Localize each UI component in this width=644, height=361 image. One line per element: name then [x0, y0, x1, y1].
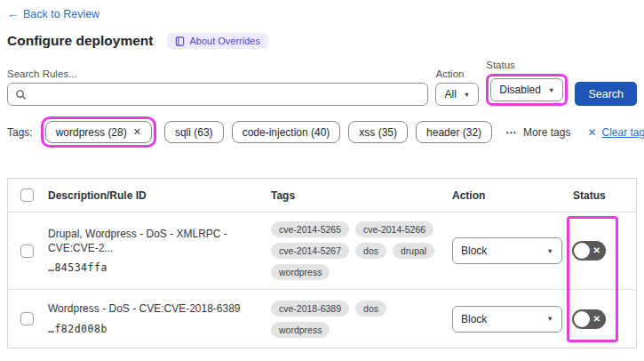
more-tags-label: More tags [523, 126, 570, 139]
rule-tags-cell: cve-2018-6389 dos wordpress [267, 301, 441, 338]
table-row: Drupal, Wordpress - DoS - XMLRPC - CVE:C… [8, 213, 636, 289]
rule-tag-pill: drupal [393, 243, 434, 259]
status-filter-value: Disabled [499, 84, 541, 96]
tag-chip-label: code-injection (40) [242, 126, 330, 139]
search-group: Search Rules... [7, 68, 428, 106]
header-checkbox-cell [8, 189, 38, 202]
col-header-status: Status [569, 189, 636, 202]
tag-chip-label: wordpress (28) [56, 126, 127, 139]
rule-id: …84534ffa [48, 261, 258, 274]
rule-tag-pill: cve-2014-5267 [271, 243, 349, 259]
tag-chip-label: sqli (63) [175, 126, 213, 139]
rules-table: Description/Rule ID Tags Action Status D… [7, 178, 637, 349]
rule-description-cell: Wordpress - DoS - CVE:CVE-2018-6389 …f82… [38, 302, 267, 335]
status-filter-dropdown[interactable]: Disabled ▼ [490, 78, 563, 101]
chevron-down-icon: ▼ [464, 91, 470, 99]
search-button[interactable]: Search [575, 82, 637, 106]
rule-action-cell: Block ▼ [445, 306, 569, 333]
clear-tags-label: Clear tags [602, 126, 644, 139]
table-row: Wordpress - DoS - CVE:CVE-2018-6389 …f82… [8, 289, 636, 348]
rule-tag-pill: dos [355, 243, 386, 259]
status-toggle-off[interactable]: ✕ [572, 241, 606, 261]
status-filter-group: Status Disabled ▼ [486, 60, 568, 106]
about-overrides-badge[interactable]: About Overrides [167, 33, 267, 49]
action-dropdown[interactable]: Block ▼ [452, 237, 562, 264]
search-input[interactable] [33, 88, 420, 100]
action-filter-label: Action [435, 68, 479, 79]
rule-tag-pill: cve-2014-5266 [355, 221, 433, 237]
chevron-down-icon: ▼ [547, 315, 553, 323]
col-header-description: Description/Rule ID [38, 189, 267, 202]
book-icon [175, 36, 185, 46]
clear-icon: ✕ [587, 126, 596, 139]
select-all-checkbox[interactable] [20, 189, 34, 202]
chevron-down-icon: ▼ [548, 86, 554, 94]
tags-bar-label: Tags: [7, 126, 33, 139]
selected-tag-highlight: wordpress (28) ✕ [41, 116, 156, 148]
tag-chip-label: xss (35) [359, 126, 397, 139]
action-filter-dropdown[interactable]: All ▼ [435, 83, 479, 106]
rule-tag-pill: wordpress [271, 264, 330, 280]
tag-chip-code-injection[interactable]: code-injection (40) [232, 121, 341, 143]
back-arrow-icon: ← [7, 7, 19, 20]
action-value: Block [461, 245, 487, 257]
configure-deployment-page: ← Back to Review Configure deployment Ab… [0, 0, 644, 361]
rule-status-cell: ✕ [569, 241, 636, 261]
tag-chip-xss[interactable]: xss (35) [348, 121, 408, 143]
toggle-knob [574, 311, 590, 327]
rule-tag-pill: dos [355, 301, 386, 317]
rule-tag-pill: cve-2018-6389 [271, 301, 349, 317]
status-toggle-off[interactable]: ✕ [572, 309, 606, 329]
status-filter-label: Status [486, 60, 568, 70]
rule-action-cell: Block ▼ [445, 237, 569, 264]
rule-description-cell: Drupal, Wordpress - DoS - XMLRPC - CVE:C… [38, 228, 267, 274]
table-header-row: Description/Rule ID Tags Action Status [8, 179, 636, 213]
toggle-off-icon: ✕ [593, 315, 600, 324]
action-dropdown[interactable]: Block ▼ [452, 306, 562, 333]
tag-chip-wordpress[interactable]: wordpress (28) ✕ [45, 121, 152, 143]
toggle-off-icon: ✕ [593, 246, 600, 255]
rule-tag-pill: cve-2014-5265 [271, 221, 349, 237]
action-filter-group: Action All ▼ [435, 68, 479, 106]
clear-tags-link[interactable]: ✕ Clear tags [587, 126, 644, 139]
action-filter-value: All [444, 88, 456, 100]
rule-id: …f82d008b [48, 323, 258, 335]
rule-description: Drupal, Wordpress - DoS - XMLRPC - CVE:C… [48, 228, 258, 255]
search-box[interactable] [7, 83, 428, 106]
search-icon [15, 89, 27, 100]
rule-description: Wordpress - DoS - CVE:CVE-2018-6389 [48, 302, 258, 317]
row-checkbox[interactable] [20, 245, 34, 258]
rule-tag-pill: wordpress [271, 322, 330, 338]
about-overrides-label: About Overrides [189, 36, 259, 46]
tag-chip-sqli[interactable]: sqli (63) [164, 121, 224, 143]
chevron-down-icon: ▼ [547, 247, 553, 255]
ellipsis-icon: ⋯ [505, 126, 517, 139]
tag-chip-header[interactable]: header (32) [416, 121, 492, 143]
toggle-knob [574, 243, 590, 259]
more-tags-button[interactable]: ⋯ More tags [505, 126, 570, 139]
row-checkbox-cell [8, 245, 38, 258]
col-header-tags: Tags [267, 189, 445, 202]
search-rules-label: Search Rules... [7, 68, 428, 79]
status-filter-highlight: Disabled ▼ [486, 74, 568, 106]
filter-row: Search Rules... Action All ▼ Status Disa… [7, 60, 637, 106]
remove-tag-icon[interactable]: ✕ [133, 126, 141, 138]
row-checkbox[interactable] [20, 312, 34, 325]
rule-status-cell: ✕ [569, 309, 636, 329]
tag-chip-label: header (32) [426, 126, 481, 139]
col-header-action: Action [445, 189, 569, 202]
back-to-review-link[interactable]: ← Back to Review [7, 7, 99, 20]
rule-tags-cell: cve-2014-5265 cve-2014-5266 cve-2014-526… [267, 221, 441, 280]
page-title: Configure deployment [7, 33, 153, 49]
tags-bar: Tags: wordpress (28) ✕ sqli (63) code-in… [7, 116, 637, 148]
action-value: Block [461, 313, 487, 325]
back-link-label: Back to Review [23, 8, 99, 20]
row-checkbox-cell [8, 312, 38, 325]
heading-row: Configure deployment About Overrides [7, 33, 637, 49]
